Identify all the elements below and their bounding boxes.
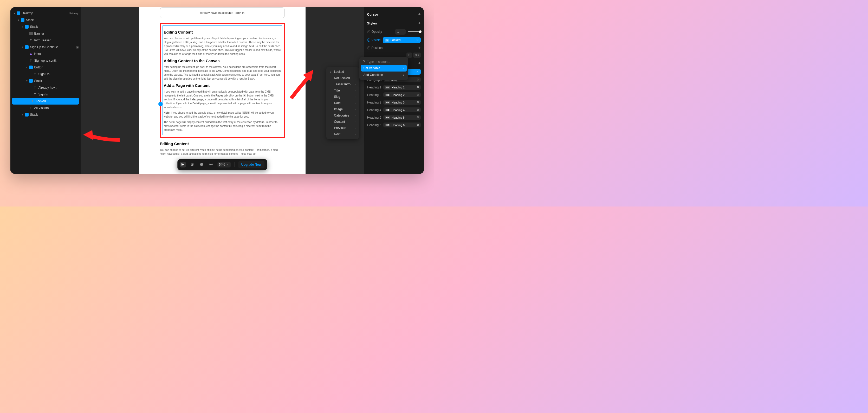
layer-label: Sign In — [38, 93, 79, 96]
context-menu-item[interactable]: Next› — [327, 131, 359, 137]
layer-type-icon: T — [29, 59, 33, 62]
body-text: You can choose to set up different types… — [164, 36, 281, 56]
brightness-icon[interactable] — [208, 162, 214, 168]
context-menu-item[interactable]: ✓Locked — [327, 69, 359, 75]
add-override-icon[interactable]: + — [367, 30, 370, 33]
chevron-icon: ▾ — [21, 46, 25, 48]
clear-icon[interactable]: ✕ — [417, 78, 419, 81]
chevron-icon: ▸ — [21, 113, 25, 116]
svg-line-8 — [212, 163, 212, 164]
layer-tree-item[interactable]: ◆Hero — [10, 51, 81, 57]
layer-tree-item[interactable]: TSign up to conti... — [10, 57, 81, 64]
clear-icon[interactable]: ✕ — [416, 38, 418, 42]
cursor-section-header[interactable]: Cursor + — [367, 10, 421, 19]
heading-editing-content: Editing Content — [164, 30, 281, 34]
chevron-right-icon: › — [403, 67, 404, 70]
layer-tree-item[interactable]: ▾DesktopPrimary — [10, 10, 81, 17]
heading-level-pill: H1 — [385, 86, 390, 89]
context-menu-item[interactable]: Categories› — [327, 112, 359, 119]
layer-tree-item[interactable]: TSign Up — [10, 71, 81, 78]
cursor-tool-icon[interactable] — [180, 162, 186, 168]
text-style-chip[interactable]: H5Heading 5✕ — [383, 115, 421, 120]
upgrade-now-button[interactable]: Upgrade Now — [238, 161, 265, 168]
opacity-value-input[interactable]: 1 — [395, 29, 406, 35]
guide-line-left — [158, 7, 158, 174]
plus-icon[interactable]: + — [418, 46, 421, 50]
context-menu-item[interactable]: Teaser Intro› — [327, 81, 359, 87]
layer-tree-item[interactable]: TIntro Teaser — [10, 37, 81, 44]
clear-icon[interactable]: ✕ — [417, 101, 419, 104]
hand-tool-icon[interactable] — [189, 162, 195, 168]
chevron-icon: ▾ — [26, 66, 29, 69]
visible-context-menu: ✓LockedNot LockedTeaser Intro›Title›Slug… — [327, 67, 359, 139]
heading-level-pill: H6 — [385, 124, 390, 126]
clear-icon[interactable]: ✕ — [417, 86, 419, 89]
sign-in-link[interactable]: Sign In — [236, 11, 244, 14]
text-style-chip[interactable]: H4Heading 4✕ — [383, 108, 421, 112]
context-menu-item[interactable]: Date› — [327, 100, 359, 106]
context-menu-item[interactable]: Not Locked — [327, 75, 359, 81]
canvas-toolbar: 54%▾ Upgrade Now — [177, 159, 267, 170]
search-option[interactable]: Set Variable› — [361, 65, 407, 71]
plus-icon[interactable]: + — [418, 21, 421, 26]
add-override-icon[interactable]: + — [367, 46, 370, 50]
layer-tree-item[interactable]: ▾Sign Up to Continue▣ — [10, 44, 81, 51]
plus-icon[interactable]: + — [418, 12, 421, 17]
text-style-chip[interactable]: H2Heading 2✕ — [383, 92, 421, 97]
chevron-right-icon: › — [403, 73, 404, 77]
text-style-label: Heading 6 — [367, 123, 381, 127]
signup-box: Already have an account? Sign In — [160, 7, 285, 18]
layer-tree-item[interactable]: TAlready hav... — [10, 84, 81, 91]
text-style-chip[interactable]: H3Heading 3✕ — [383, 100, 421, 105]
context-menu-item[interactable]: Title› — [327, 87, 359, 94]
layer-type-icon: T — [33, 86, 37, 89]
search-option[interactable]: Add Condition› — [361, 71, 407, 78]
layer-tree-item[interactable]: TSign In — [10, 91, 81, 98]
divider — [234, 162, 235, 167]
position-3d-button[interactable]: 3D — [413, 53, 421, 58]
visible-row: +Visible ⬭ Locked ✕ — [367, 36, 421, 44]
layer-tree-item[interactable]: TAll Visitors — [10, 105, 81, 111]
add-override-icon[interactable]: + — [367, 38, 370, 41]
layer-tree-item[interactable]: ▾Stack — [10, 17, 81, 23]
layer-tree-item[interactable]: ▾Button — [10, 64, 81, 71]
layer-label: Sign up to conti... — [34, 59, 79, 62]
clear-icon[interactable]: ✕ — [417, 116, 419, 119]
canvas-area[interactable]: Already have an account? Sign In ⋮ Editi… — [81, 7, 364, 174]
layer-tree-item[interactable]: ▸Stack — [10, 23, 81, 30]
context-menu-item[interactable]: Content› — [327, 119, 359, 125]
clear-icon[interactable]: ✕ — [417, 108, 419, 112]
chevron-right-icon: › — [355, 120, 355, 123]
primary-badge: Primary — [69, 12, 78, 15]
clear-icon[interactable]: ✕ — [417, 93, 419, 96]
heading-level-pill: H2 — [385, 94, 390, 96]
plus-icon[interactable]: + — [418, 61, 421, 65]
comment-tool-icon[interactable] — [199, 162, 205, 168]
opacity-slider[interactable] — [408, 31, 421, 32]
zoom-level-dropdown[interactable]: 54%▾ — [217, 162, 231, 168]
layer-tree-item[interactable]: ▸Stack — [10, 111, 81, 118]
clear-icon[interactable]: ✕ — [417, 123, 419, 127]
layer-tree-item[interactable]: TLocked — [12, 98, 79, 105]
context-menu-item[interactable]: Image› — [327, 106, 359, 112]
variable-search-input[interactable] — [367, 60, 406, 64]
layer-label: Already hav... — [38, 86, 79, 89]
body-text: Note: If you chose to add the sample dat… — [164, 111, 281, 119]
layer-tree-item[interactable]: Banner — [10, 30, 81, 37]
clear-icon[interactable]: ✕ — [416, 70, 418, 73]
layer-type-icon — [25, 45, 29, 49]
chevron-icon: ▾ — [17, 19, 20, 21]
text-style-chip[interactable]: H1Heading 1✕ — [383, 85, 421, 90]
layer-label: Locked — [36, 99, 77, 103]
layer-tree-item[interactable]: ▾Stack — [10, 78, 81, 84]
resize-handle-left[interactable]: ⋮ — [158, 102, 162, 106]
position-2d-button[interactable]: D — [406, 53, 412, 58]
position-row: +Position + — [367, 44, 421, 52]
chevron-right-icon: › — [355, 127, 355, 129]
styles-section-header[interactable]: Styles + — [367, 19, 421, 28]
context-menu-item[interactable]: Previous› — [327, 125, 359, 131]
visible-value-chip[interactable]: ⬭ Locked ✕ — [383, 37, 421, 43]
text-style-label: Heading 2 — [367, 93, 381, 97]
context-menu-item[interactable]: Slug› — [327, 94, 359, 100]
text-style-chip[interactable]: H6Heading 6✕ — [383, 122, 421, 127]
